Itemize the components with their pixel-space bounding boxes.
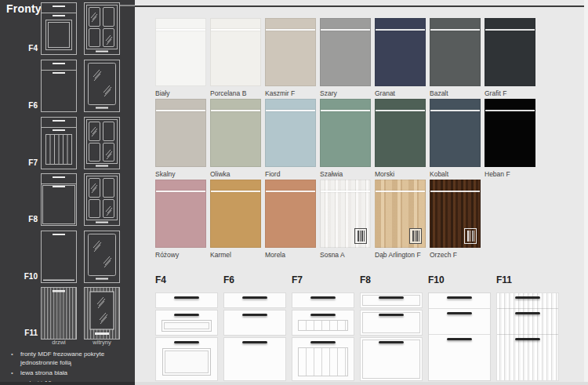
handle-icon [174,314,199,316]
swatch-grafit-f: Grafit F [485,18,535,99]
drawer [292,310,354,336]
swatch-granat: Granat [375,18,426,99]
vitrines-column-label: witryny [84,339,120,346]
catalog-page: Fronty F4 [0,0,588,385]
handle-icon [515,338,540,340]
sidebar-row-label-f6: F6 [11,101,38,110]
handle-icon [379,341,404,343]
swatch-heban-f: Heban F [485,99,535,180]
sidebar-row-label-f7: F7 [11,158,38,167]
drawer [360,310,423,336]
vertical-grain-icon [464,228,477,244]
drawer [223,292,286,308]
front-style-label: F6 [223,274,286,286]
handle-icon [379,314,404,316]
swatch-porcelana-b: Porcelana B [210,18,261,99]
framed-panel [162,320,212,332]
page-right-edge [584,0,588,385]
swatch-color [265,18,316,86]
drawer [155,292,218,308]
swatch-morela: Morela [265,180,316,260]
framed-panel [162,348,211,376]
front-f10-vitrine-drawing-icon [84,231,120,283]
handle-icon [242,341,267,343]
drawer [360,292,423,308]
handle-icon [242,296,267,299]
swatch-color [210,99,261,167]
swatch-label: Oliwka [210,170,261,178]
front-style-f4: F4 [155,274,218,381]
swatch-color [320,18,371,86]
swatch-color [320,99,371,167]
front-f6-door-drawing-icon [41,60,77,112]
swatch-orzech-f: Orzech F [430,180,481,260]
front-f6-vitrine-drawing-icon [84,60,120,112]
handle-icon [447,338,472,340]
swatch-szalwia: Szałwia [320,99,371,180]
section-divider-rule [135,5,584,7]
front-style-label: F7 [292,274,354,286]
handle-icon [310,314,336,316]
handle-icon [379,296,404,299]
front-f4-door-drawing-icon [41,2,77,55]
swatch-fiord: Fiord [265,99,316,180]
doors-column-label: drzwi [41,339,77,346]
front-f7-vitrine-drawing-icon [84,117,120,169]
swatch-label: Różowy [155,251,206,259]
swatch-kaszmir-f: Kaszmir F [265,18,316,99]
front-f10-door-drawing-icon [41,231,77,283]
swatch-color [485,18,535,86]
note-item: lewa strona biała [8,369,130,377]
swatch-bazalt: Bazalt [430,18,481,99]
front-f11-vitrine-drawing-icon [84,287,120,340]
front-f7-door-drawing-icon [41,117,77,169]
front-styles-section: F4 F6 F7 F8 [155,274,559,381]
swatch-color [430,18,481,86]
handle-icon [174,341,199,343]
swatch-oliwka: Oliwka [210,99,261,180]
front-style-label: F11 [496,274,559,286]
swatch-color [375,180,426,248]
note-item: fronty MDF frezowane pokryte jednostronn… [8,350,130,367]
swatch-color [155,18,206,86]
vertical-grain-icon [409,228,422,244]
swatch-label: Orzech F [430,251,481,259]
sidebar: Fronty F4 [0,0,135,385]
swatch-color [155,180,206,248]
swatch-sosna-a: Sosna A [320,180,371,260]
swatch-label: Morela [265,251,316,259]
swatch-label: Sosna A [320,251,371,259]
swatch-label: Morski [375,170,426,178]
swatch-color [320,180,371,248]
drawer [429,293,490,309]
sidebar-row-label-f4: F4 [11,44,38,53]
swatch-label: Granat [375,89,426,97]
front-f8-vitrine-drawing-icon [84,173,120,226]
drawer [429,335,490,380]
drawer [429,309,490,335]
front-f8-door-drawing-icon [41,173,77,226]
drawer [360,337,423,381]
sidebar-row-label-f11: F11 [11,329,38,337]
swatch-label: Grafit F [485,89,535,97]
drawer [497,293,558,309]
vertical-grain-icon [354,228,367,244]
swatch-color [430,99,481,167]
swatch-color [430,180,481,248]
front-style-f8: F8 [360,274,423,381]
swatch-label: Skalny [155,170,206,178]
swatch-label: Fiord [265,170,316,178]
handle-icon [174,296,199,299]
swatch-label: Szary [320,89,371,97]
swatch-label: Biały [155,89,206,97]
swatch-bialy: Biały [155,18,206,99]
swatch-morski: Morski [375,99,426,180]
slatted-panel [298,320,348,331]
front-f6-drawer-stack [223,292,286,381]
drawer [155,337,218,381]
front-notes-list: fronty MDF frezowane pokryte jednostronn… [8,350,130,385]
swatch-color [375,99,426,167]
swatch-skalny: Skalny [155,99,206,180]
handle-icon [242,314,267,316]
slatted-panel [298,347,348,376]
